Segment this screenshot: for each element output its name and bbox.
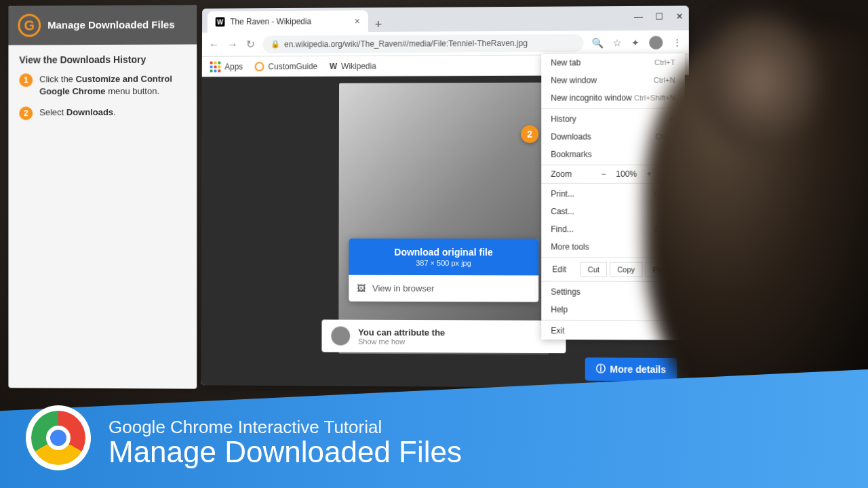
profile-icon[interactable] [649, 35, 663, 49]
step-badge-2: 2 [19, 106, 33, 120]
new-tab-button[interactable]: + [368, 18, 389, 32]
wikipedia-favicon-icon: W [216, 17, 225, 26]
step-badge-1: 1 [19, 73, 33, 87]
close-icon[interactable]: ✕ [676, 12, 684, 22]
minimize-icon[interactable]: ― [634, 12, 643, 22]
menu-new-tab[interactable]: New tabCtrl+T [541, 54, 685, 72]
apps-grid-icon [210, 61, 221, 72]
tab-strip: W The Raven - Wikipedia × + ― ☐ ✕ [202, 5, 689, 33]
callout-badge-2: 2 [521, 125, 538, 143]
author-avatar-icon [331, 327, 350, 346]
menu-cut[interactable]: Cut [580, 262, 607, 277]
step-text-1: Click the Customize and Control Google C… [39, 73, 186, 98]
tutorial-step-1: 1 Click the Customize and Control Google… [19, 73, 186, 98]
image-icon: 🖼 [357, 283, 366, 293]
reload-icon[interactable]: ↻ [246, 38, 255, 51]
search-icon[interactable]: 🔍 [592, 37, 604, 48]
banner-subtitle: Google Chrome Interactive Tutorial [108, 417, 462, 438]
menu-button[interactable]: ⋮ [673, 37, 682, 47]
tutorial-step-2: 2 Select Downloads. [19, 106, 186, 121]
chrome-window: W The Raven - Wikipedia × + ― ☐ ✕ ← → ↻ … [201, 5, 689, 388]
lock-icon: 🔒 [271, 40, 280, 49]
media-image [338, 83, 549, 354]
banner-title: Manage Downloaded Files [108, 435, 462, 469]
tab-close-icon[interactable]: × [355, 16, 360, 26]
extensions-icon[interactable]: ✦ [631, 37, 639, 48]
chrome-logo-icon [26, 405, 91, 470]
address-bar[interactable]: 🔒 en.wikipedia.org/wiki/The_Raven#/media… [262, 34, 583, 53]
browser-tab[interactable]: W The Raven - Wikipedia × [208, 10, 368, 33]
url-text: en.wikipedia.org/wiki/The_Raven#/media/F… [284, 38, 528, 49]
view-in-browser-link[interactable]: 🖼 View in browser [349, 275, 538, 302]
menu-copy[interactable]: Copy [610, 262, 642, 277]
zoom-value: 100% [616, 169, 637, 179]
download-original-button[interactable]: Download original file 387 × 500 px jpg [349, 239, 538, 276]
maximize-icon[interactable]: ☐ [655, 12, 663, 22]
star-icon[interactable]: ☆ [613, 37, 622, 48]
forward-icon[interactable]: → [227, 38, 238, 50]
tutorial-header: G Manage Downloaded Files [8, 5, 197, 45]
tutorial-section-heading: View the Downloads History [19, 54, 186, 66]
title-banner: Google Chrome Interactive Tutorial Manag… [0, 369, 868, 488]
step-text-2: Select Downloads. [39, 106, 116, 119]
customguide-logo-icon: G [18, 14, 41, 37]
bookmark-customguide[interactable]: CustomGuide [255, 62, 317, 71]
attribution-text: You can attribute the [358, 327, 445, 338]
tab-title: The Raven - Wikipedia [230, 17, 311, 27]
cg-icon [255, 62, 264, 71]
tutorial-panel: G Manage Downloaded Files View the Downl… [8, 5, 197, 388]
download-card: Download original file 387 × 500 px jpg … [349, 239, 538, 302]
wiki-icon: W [330, 61, 337, 70]
zoom-out-button[interactable]: − [597, 169, 610, 179]
tutorial-title: Manage Downloaded Files [47, 19, 175, 32]
bookmark-wikipedia[interactable]: WWikipedia [330, 61, 376, 70]
attribution-link[interactable]: Show me how [358, 337, 445, 346]
attribution-bar: You can attribute the Show me how [321, 320, 566, 354]
apps-shortcut[interactable]: Apps [210, 61, 243, 72]
menu-new-window[interactable]: New windowCtrl+N [541, 71, 685, 89]
window-controls: ― ☐ ✕ [634, 12, 684, 22]
browser-toolbar: ← → ↻ 🔒 en.wikipedia.org/wiki/The_Raven#… [202, 30, 689, 57]
back-icon[interactable]: ← [209, 39, 220, 51]
